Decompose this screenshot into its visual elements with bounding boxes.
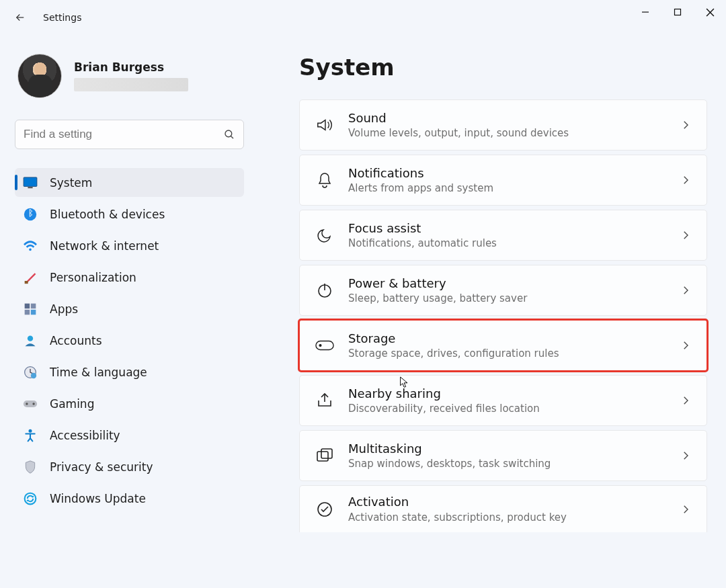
- sound-icon: [315, 115, 335, 135]
- sidebar: Brian Burgess System Bluetooth & devices: [0, 35, 259, 588]
- check-circle-icon: [315, 499, 335, 519]
- svg-point-9: [24, 208, 36, 220]
- arrow-left-icon: [14, 11, 26, 24]
- card-power-battery[interactable]: Power & battery Sleep, battery usage, ba…: [299, 265, 707, 316]
- svg-rect-26: [316, 341, 333, 349]
- card-title: Focus assist: [348, 220, 666, 237]
- svg-rect-28: [317, 452, 328, 461]
- sidebar-item-privacy[interactable]: Privacy & security: [15, 452, 244, 481]
- svg-rect-8: [28, 187, 32, 188]
- svg-point-18: [31, 372, 36, 378]
- sidebar-item-gaming[interactable]: Gaming: [15, 389, 244, 418]
- settings-cards: Sound Volume levels, output, input, soun…: [299, 99, 707, 532]
- clock-globe-icon: [23, 365, 38, 380]
- card-title: Sound: [348, 110, 666, 126]
- main-content: System Sound Volume levels, output, inpu…: [259, 35, 726, 588]
- svg-rect-6: [24, 177, 37, 186]
- profile-text: Brian Burgess: [74, 60, 188, 91]
- body: Brian Burgess System Bluetooth & devices: [0, 35, 726, 588]
- sidebar-item-label: Accounts: [50, 334, 102, 347]
- minimize-button[interactable]: [629, 0, 661, 24]
- sidebar-item-system[interactable]: System: [15, 168, 244, 197]
- search-box[interactable]: [15, 120, 244, 149]
- apps-icon: [23, 302, 38, 317]
- svg-point-20: [26, 403, 28, 405]
- sidebar-item-label: Gaming: [50, 397, 94, 411]
- profile-block[interactable]: Brian Burgess: [15, 42, 244, 105]
- sidebar-item-accounts[interactable]: Accounts: [15, 326, 244, 355]
- card-subtitle: Alerts from apps and system: [348, 181, 666, 195]
- card-text: Storage Storage space, drives, configura…: [348, 331, 666, 361]
- accessibility-icon: [23, 428, 38, 443]
- sidebar-item-label: Time & language: [50, 366, 147, 379]
- profile-email-redacted: [74, 78, 188, 91]
- card-text: Power & battery Sleep, battery usage, ba…: [348, 276, 666, 306]
- card-subtitle: Discoverability, received files location: [348, 402, 666, 415]
- card-title: Multitasking: [348, 441, 666, 457]
- sidebar-item-label: Accessibility: [50, 429, 120, 442]
- share-icon: [315, 390, 335, 411]
- card-subtitle: Activation state, subscriptions, product…: [348, 511, 666, 524]
- svg-rect-1: [675, 9, 681, 15]
- sidebar-item-label: Bluetooth & devices: [50, 208, 165, 221]
- bluetooth-icon: [23, 207, 38, 222]
- svg-point-16: [28, 335, 33, 341]
- svg-point-21: [32, 403, 34, 405]
- sidebar-item-windows-update[interactable]: Windows Update: [15, 484, 244, 513]
- chevron-right-icon: [680, 174, 692, 186]
- sidebar-nav: System Bluetooth & devices Network & int…: [15, 168, 244, 513]
- chevron-right-icon: [680, 229, 692, 241]
- sidebar-item-network[interactable]: Network & internet: [15, 231, 244, 260]
- card-title: Storage: [348, 331, 666, 347]
- chevron-right-icon: [680, 394, 692, 407]
- card-subtitle: Storage space, drives, configuration rul…: [348, 347, 666, 360]
- svg-point-23: [25, 493, 36, 504]
- card-focus-assist[interactable]: Focus assist Notifications, automatic ru…: [299, 210, 707, 261]
- shield-icon: [23, 460, 38, 474]
- card-nearby-sharing[interactable]: Nearby sharing Discoverability, received…: [299, 375, 707, 426]
- close-icon: [706, 8, 715, 17]
- update-icon: [23, 491, 38, 506]
- svg-point-22: [29, 429, 32, 432]
- sidebar-item-bluetooth[interactable]: Bluetooth & devices: [15, 200, 244, 228]
- sidebar-item-label: Network & internet: [50, 239, 159, 253]
- card-activation[interactable]: Activation Activation state, subscriptio…: [299, 485, 707, 532]
- window-controls: [629, 0, 726, 24]
- sidebar-item-accessibility[interactable]: Accessibility: [15, 421, 244, 450]
- search-input[interactable]: [24, 128, 223, 141]
- chevron-right-icon: [680, 339, 692, 351]
- sidebar-item-label: Personalization: [50, 271, 136, 284]
- card-text: Activation Activation state, subscriptio…: [348, 494, 666, 524]
- card-text: Notifications Alerts from apps and syste…: [348, 165, 666, 196]
- card-sound[interactable]: Sound Volume levels, output, input, soun…: [299, 99, 707, 151]
- svg-line-5: [231, 136, 233, 138]
- bell-icon: [315, 170, 335, 190]
- card-title: Power & battery: [348, 276, 666, 292]
- card-subtitle: Notifications, automatic rules: [348, 237, 666, 250]
- card-subtitle: Volume levels, output, input, sound devi…: [348, 126, 666, 140]
- sidebar-item-apps[interactable]: Apps: [15, 294, 244, 323]
- svg-rect-11: [25, 281, 28, 284]
- card-multitasking[interactable]: Multitasking Snap windows, desktops, tas…: [299, 430, 707, 481]
- sidebar-item-label: Privacy & security: [50, 460, 153, 474]
- card-subtitle: Sleep, battery usage, battery saver: [348, 292, 666, 305]
- sidebar-item-time-language[interactable]: Time & language: [15, 358, 244, 386]
- card-title: Nearby sharing: [348, 386, 666, 402]
- sidebar-item-personalization[interactable]: Personalization: [15, 263, 244, 292]
- card-notifications[interactable]: Notifications Alerts from apps and syste…: [299, 155, 707, 206]
- close-button[interactable]: [694, 0, 726, 24]
- card-text: Sound Volume levels, output, input, soun…: [348, 110, 666, 140]
- gamepad-icon: [23, 396, 38, 411]
- page-title: System: [299, 54, 707, 81]
- back-button[interactable]: [7, 4, 34, 31]
- wifi-icon: [23, 239, 38, 253]
- minimize-icon: [641, 8, 649, 16]
- chevron-right-icon: [680, 503, 692, 515]
- card-subtitle: Snap windows, desktops, task switching: [348, 457, 666, 470]
- chevron-right-icon: [680, 119, 692, 131]
- titlebar: Settings: [0, 0, 726, 35]
- maximize-button[interactable]: [661, 0, 694, 24]
- profile-name: Brian Burgess: [74, 60, 188, 74]
- svg-point-27: [319, 345, 321, 347]
- card-storage[interactable]: Storage Storage space, drives, configura…: [299, 320, 707, 371]
